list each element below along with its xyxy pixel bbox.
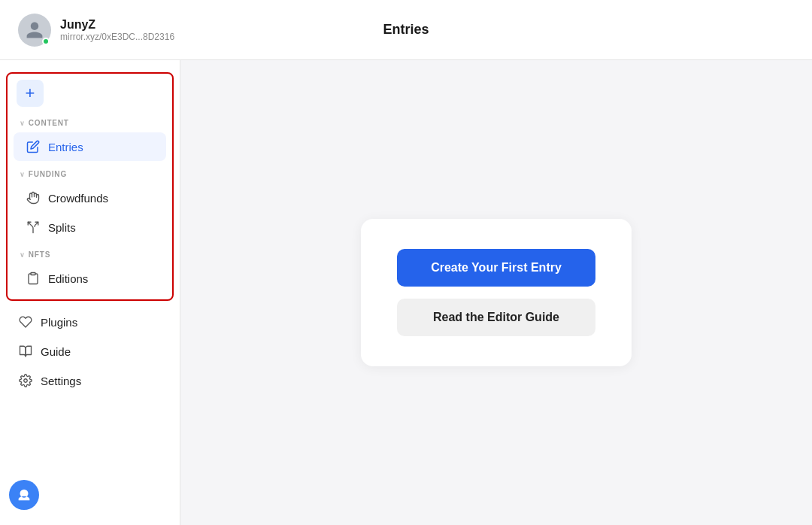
- header: JunyZ mirror.xyz/0xE3DC...8D2316 Entries: [0, 0, 812, 60]
- sidebar-bottom-avatar[interactable]: [9, 480, 39, 510]
- sidebar-item-settings[interactable]: Settings: [6, 366, 174, 395]
- hand-icon: [26, 190, 41, 205]
- user-name: JunyZ: [60, 18, 174, 32]
- sidebar-highlight-box: + ∨ CONTENT Entries ∨ FUNDING: [6, 72, 174, 301]
- sidebar-item-entries[interactable]: Entries: [14, 132, 166, 161]
- section-nfts-label: ∨ NFTS: [8, 247, 172, 263]
- online-indicator: [42, 38, 50, 45]
- sidebar-item-editions-label: Editions: [48, 272, 88, 285]
- splits-icon: [26, 220, 41, 235]
- page-title: Entries: [383, 22, 429, 38]
- section-content-label: ∨ CONTENT: [8, 116, 172, 132]
- chevron-down-icon: ∨: [20, 251, 26, 259]
- read-editor-guide-button[interactable]: Read the Editor Guide: [397, 299, 595, 336]
- sidebar-outer-items: Plugins Guide Settings: [0, 307, 180, 396]
- sidebar-item-settings-label: Settings: [41, 375, 81, 387]
- user-profile[interactable]: JunyZ mirror.xyz/0xE3DC...8D2316: [18, 14, 174, 47]
- sidebar-item-guide-label: Guide: [41, 345, 71, 358]
- sidebar-item-editions[interactable]: Editions: [14, 264, 166, 293]
- sidebar-item-plugins[interactable]: Plugins: [6, 308, 174, 336]
- sidebar-item-crowdfunds[interactable]: Crowdfunds: [14, 184, 166, 212]
- svg-point-1: [24, 379, 28, 383]
- content-area: Create Your First Entry Read the Editor …: [180, 60, 812, 525]
- chevron-down-icon: ∨: [20, 120, 26, 127]
- sidebar: + ∨ CONTENT Entries ∨ FUNDING: [0, 60, 180, 525]
- bottom-avatar-circle: [9, 480, 39, 510]
- main-layout: + ∨ CONTENT Entries ∨ FUNDING: [0, 60, 812, 525]
- sidebar-item-crowdfunds-label: Crowdfunds: [48, 192, 108, 205]
- guide-icon: [18, 344, 33, 359]
- sidebar-item-entries-label: Entries: [48, 141, 83, 153]
- svg-rect-0: [31, 273, 35, 275]
- gear-icon: [18, 373, 33, 388]
- sidebar-item-plugins-label: Plugins: [41, 316, 77, 329]
- empty-state-card: Create Your First Entry Read the Editor …: [361, 219, 632, 366]
- avatar: [18, 14, 51, 47]
- user-info: JunyZ mirror.xyz/0xE3DC...8D2316: [60, 18, 174, 42]
- plugins-icon: [18, 314, 33, 329]
- sidebar-item-guide[interactable]: Guide: [6, 337, 174, 366]
- pencil-icon: [26, 139, 41, 154]
- sidebar-item-splits[interactable]: Splits: [14, 213, 166, 241]
- section-funding-label: ∨ FUNDING: [8, 167, 172, 183]
- user-address: mirror.xyz/0xE3DC...8D2316: [60, 32, 174, 42]
- editions-icon: [26, 271, 41, 286]
- sidebar-item-splits-label: Splits: [48, 221, 76, 234]
- create-first-entry-button[interactable]: Create Your First Entry: [397, 249, 595, 287]
- add-button-row: +: [8, 80, 172, 116]
- chevron-down-icon: ∨: [20, 171, 26, 178]
- add-button[interactable]: +: [17, 80, 44, 107]
